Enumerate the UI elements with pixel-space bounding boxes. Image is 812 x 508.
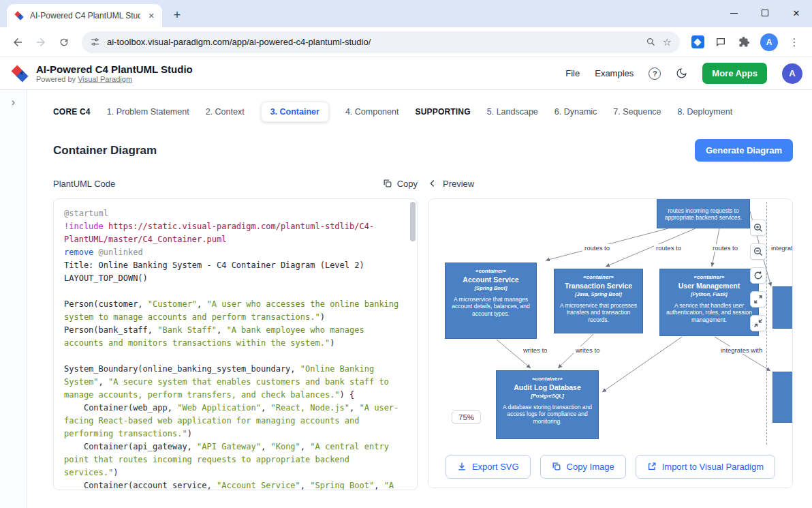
code-line: LAYOUT_TOP_DOWN() [64,272,407,285]
code-line: !include https://static.visual-paradigm.… [64,220,407,246]
diagram-node-clipped-1 [772,286,792,329]
download-icon [457,462,467,471]
preview-panel: routes incoming requests to appropriate … [428,198,793,488]
nav-tab[interactable]: 3. Container [261,102,329,122]
minimize-button[interactable] [718,0,749,26]
nav-tab[interactable]: 4. Component [345,107,399,117]
code-line: Container(account_service, "Account Serv… [64,479,407,490]
node-description: routes incoming requests to appropriate … [661,207,745,222]
copy-image-button[interactable]: Copy Image [540,455,626,479]
edge-label-routes-to: routes to [710,244,740,252]
export-svg-button[interactable]: Export SVG [446,455,531,479]
code-line: Container(api_gateway, "API Gateway", "K… [64,440,407,479]
node-stereotype: «container» [450,268,532,275]
diagram-node-clipped-2 [772,372,792,423]
extension-icon-blue[interactable] [687,31,708,53]
nav-tab[interactable]: 6. Dynamic [555,107,597,117]
plantuml-code[interactable]: @startuml!include https://static.visual-… [54,199,417,490]
browser-tab-title: AI-Powered C4 PlantUML Studi [30,11,140,20]
user-avatar[interactable]: A [782,63,802,84]
node-description: A microservice that manages account deta… [450,296,532,318]
favicon-visual-paradigm [14,10,25,21]
fullscreen-button[interactable] [750,291,766,308]
node-technology: [PostgreSQL] [501,393,594,399]
nav-tab[interactable]: 1. Problem Statement [107,107,189,117]
node-description: A service that handles user authenticati… [664,302,754,324]
copy-code-button[interactable]: Copy [383,179,418,189]
app-logo[interactable]: AI-Powered C4 PlantUML Studio Powered by… [10,63,193,84]
edge-label-writes-to: writes to [574,346,602,354]
window-controls: ✕ [718,0,812,26]
edge-label-integrates-with: integrates with [719,346,764,354]
code-line: remove @unlinked [64,246,407,259]
node-name: User Management [664,282,754,290]
url-text[interactable]: ai-toolbox.visual-paradigm.com/app/ai-po… [107,37,639,47]
help-icon[interactable]: ? [649,68,661,80]
more-apps-button[interactable]: More Apps [702,63,767,84]
browser-tabstrip: AI-Powered C4 PlantUML Studi ✕ + ✕ [0,0,812,27]
zoom-out-button[interactable] [750,243,766,260]
diagram-step-tabs: CORE C4 1. Problem Statement2. Context3.… [53,100,793,124]
address-bar[interactable]: ai-toolbox.visual-paradigm.com/app/ai-po… [82,31,680,53]
edge-label-writes-to: writes to [521,346,549,354]
system-boundary-line [766,202,767,445]
node-name: Account Service [450,275,532,284]
bookmark-star-icon[interactable]: ☆ [663,37,672,47]
back-icon[interactable] [7,31,29,53]
diagram-node-transaction-service: «container» Transaction Service [Java, S… [554,269,643,333]
powered-by: Powered by Visual Paradigm [36,75,193,83]
dark-mode-moon-icon[interactable] [676,68,687,79]
code-line: System_Boundary(online_banking_system_bo… [64,363,407,402]
close-button[interactable]: ✕ [781,0,812,26]
expand-sidebar-icon[interactable]: › [12,97,15,508]
diagram-canvas[interactable]: routes incoming requests to appropriate … [428,199,792,445]
diagram-node-audit-log-database: «container» Audit Log Database [PostgreS… [496,370,599,439]
zoom-in-button[interactable] [750,220,766,236]
menu-file[interactable]: File [565,68,580,78]
menu-examples[interactable]: Examples [595,68,634,78]
code-panel-title: PlantUML Code [53,179,115,189]
zoom-icon[interactable] [646,37,656,47]
code-line: Person(customer, "Customer", "A user who… [64,298,407,324]
nav-tab[interactable]: 7. Sequence [613,107,661,117]
editor-scrollbar[interactable] [410,200,416,488]
extensions-puzzle-icon[interactable] [733,31,755,53]
left-rail: › [0,90,27,508]
node-name: Audit Log Database [501,383,594,392]
nav-tab[interactable]: 5. Landscape [487,107,538,117]
site-settings-icon[interactable] [90,37,100,47]
generate-diagram-button[interactable]: Generate Diagram [695,139,793,162]
copy-icon [552,462,561,471]
code-line [64,285,407,298]
app-title: AI-Powered C4 PlantUML Studio [36,63,193,75]
browser-profile-avatar[interactable]: A [760,33,778,51]
node-stereotype: «container» [559,274,638,281]
browser-menu-kebab-icon[interactable]: ⋮ [783,31,805,53]
visual-paradigm-logo-icon [10,63,30,84]
reload-icon[interactable] [53,31,75,53]
code-line [64,350,407,363]
node-stereotype: «container» [664,274,754,281]
node-description: A database storing transaction and acces… [501,404,594,425]
fit-view-button[interactable] [750,315,766,331]
forward-icon[interactable] [30,31,52,53]
browser-tab[interactable]: AI-Powered C4 PlantUML Studi ✕ [7,4,162,27]
edge-label-routes-to: routes to [582,244,612,252]
new-tab-button[interactable]: + [168,5,187,25]
diagram-node-api-gateway-partial: routes incoming requests to appropriate … [657,199,750,228]
collapse-preview-icon[interactable] [428,179,437,188]
nav-supporting-label: SUPPORTING [415,107,470,117]
visual-paradigm-link[interactable]: Visual Paradigm [78,75,132,83]
import-to-visual-paradigm-button[interactable]: Import to Visual Paradigm [636,455,775,479]
node-stereotype: «container» [501,376,594,383]
comment-icon[interactable] [710,31,732,53]
code-editor[interactable]: @startuml!include https://static.visual-… [53,198,418,490]
maximize-button[interactable] [749,0,781,26]
reset-zoom-button[interactable] [750,267,766,284]
app-header: AI-Powered C4 PlantUML Studio Powered by… [0,57,812,90]
tab-close-icon[interactable]: ✕ [146,10,157,21]
nav-tab[interactable]: 8. Deployment [678,107,733,117]
external-link-icon [647,462,657,471]
node-name: Transaction Service [559,282,638,290]
nav-tab[interactable]: 2. Context [206,107,245,117]
